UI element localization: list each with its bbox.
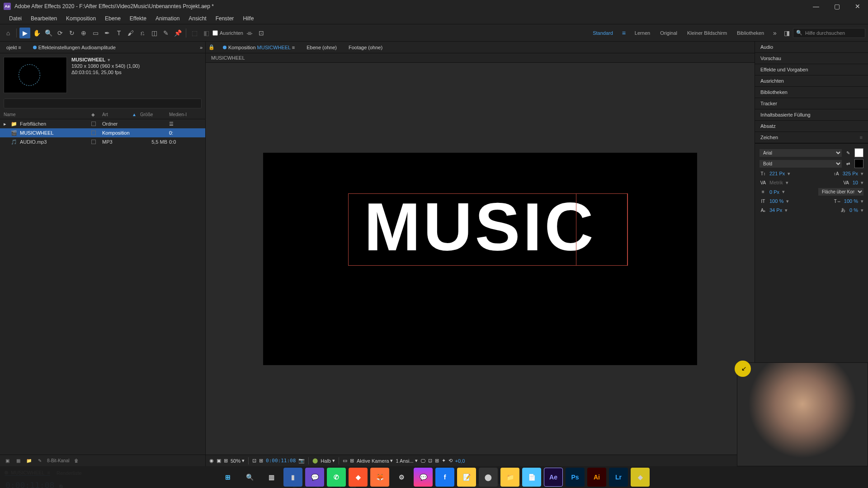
taskbar-messenger-icon[interactable]: 💬 xyxy=(414,468,433,487)
fill-stroke-order[interactable]: Fläche über Kon... xyxy=(818,188,863,196)
taskbar-ae-icon[interactable]: Ae xyxy=(544,468,563,487)
zoom-tool[interactable]: 🔍 xyxy=(43,28,54,38)
comp-dropdown-icon[interactable]: ▼ xyxy=(107,58,111,62)
grid-icon[interactable]: ⊞ xyxy=(350,458,354,464)
panel-menu-icon[interactable]: ≡ xyxy=(860,135,863,140)
project-row-folder[interactable]: ▸📁Farbflächen Ordner ☰ xyxy=(0,119,205,128)
panel-overflow-icon[interactable]: » xyxy=(200,45,203,50)
pixel-aspect-icon[interactable]: ⊡ xyxy=(428,458,432,464)
baseline-value[interactable]: 34 Px xyxy=(769,207,782,213)
help-search-input[interactable]: 🔍 Hilfe durchsuchen xyxy=(793,28,865,38)
brush-tool[interactable]: 🖌 xyxy=(125,28,136,38)
fast-preview-icon[interactable]: ⊡ xyxy=(252,458,256,464)
share-view-icon[interactable]: 🖵 xyxy=(420,458,425,464)
taskbar-ai-icon[interactable]: Ai xyxy=(587,468,606,487)
zoom-level[interactable]: 50% ▾ xyxy=(231,458,245,464)
font-family-select[interactable]: Arial xyxy=(760,149,842,157)
workspace-original[interactable]: Original xyxy=(656,28,682,38)
views-dropdown[interactable]: 1 Ansi... ▾ xyxy=(396,458,417,464)
composition-canvas[interactable]: MUSIC xyxy=(263,153,697,365)
minimize-button[interactable]: — xyxy=(806,0,826,13)
tsume-value[interactable]: 0 % xyxy=(849,207,858,213)
close-button[interactable]: ✕ xyxy=(847,0,868,13)
pen-tool[interactable]: ✒ xyxy=(102,28,113,38)
comp-breadcrumb[interactable]: MUSICWHEEL xyxy=(206,53,755,63)
menu-hilfe[interactable]: Hilfe xyxy=(238,14,258,23)
tab-ebene[interactable]: Ebene (ohne) xyxy=(303,43,340,52)
snapshot-icon[interactable]: 📷 xyxy=(298,458,305,464)
menu-effekte[interactable]: Effekte xyxy=(125,14,151,23)
taskbar-brave-icon[interactable]: ◆ xyxy=(349,468,368,487)
orbit-tool[interactable]: ⟳ xyxy=(55,28,66,38)
home-icon[interactable]: ⌂ xyxy=(3,28,14,38)
roto-tool[interactable]: ✎ xyxy=(160,28,171,38)
taskbar-taskview-icon[interactable]: ▥ xyxy=(262,468,281,487)
font-size-value[interactable]: 221 Px xyxy=(769,171,785,176)
panel-zeichen[interactable]: Zeichen≡ xyxy=(755,132,868,143)
taskbar-ps-icon[interactable]: Ps xyxy=(566,468,585,487)
workspace-klein[interactable]: Kleiner Bildschirm xyxy=(683,28,731,38)
eraser-tool[interactable]: ◫ xyxy=(149,28,160,38)
project-row-audio[interactable]: 🎵AUDIO.mp3 MP3 5,5 MB 0:0 xyxy=(0,137,205,146)
eyedropper-icon[interactable]: ✎ xyxy=(844,149,852,156)
col-name[interactable]: Name xyxy=(4,112,90,117)
menu-fenster[interactable]: Fenster xyxy=(211,14,239,23)
snap-checkbox[interactable]: Ausrichten xyxy=(212,30,243,36)
project-row-comp[interactable]: 🎬MUSICWHEEL Komposition 0: xyxy=(0,128,205,137)
taskbar-app3-icon[interactable]: ◆ xyxy=(631,468,650,487)
bit-depth[interactable]: 8-Bit-Kanal xyxy=(47,458,69,463)
exposure-value[interactable]: +0,0 xyxy=(455,458,465,464)
font-weight-select[interactable]: Bold xyxy=(760,160,842,168)
taskbar-facebook-icon[interactable]: f xyxy=(435,468,454,487)
transparency-grid-icon[interactable]: ⊞ xyxy=(259,458,263,464)
mask-visibility-icon[interactable]: ⊞ xyxy=(224,458,228,464)
taskbar-search-icon[interactable]: 🔍 xyxy=(240,468,259,487)
camera-dropdown[interactable]: Aktive Kamera ▾ xyxy=(357,458,393,464)
menu-komposition[interactable]: Komposition xyxy=(61,14,100,23)
leading-value[interactable]: 325 Px xyxy=(843,171,858,176)
workspace-lernen[interactable]: Lernen xyxy=(630,28,655,38)
taskbar-obs-icon[interactable]: ⬤ xyxy=(479,468,498,487)
tab-effect-controls[interactable]: Effekteinstellungen Audioamplitude xyxy=(29,43,119,52)
tab-project[interactable]: ojekt ≡ xyxy=(3,43,25,52)
menu-ebene[interactable]: Ebene xyxy=(100,14,125,23)
stroke-width-value[interactable]: 0 Px xyxy=(769,189,779,195)
menu-bearbeiten[interactable]: Bearbeiten xyxy=(26,14,61,23)
anchor-tool[interactable]: ⊕ xyxy=(78,28,89,38)
menu-animation[interactable]: Animation xyxy=(151,14,184,23)
fill-color-swatch[interactable] xyxy=(854,148,863,157)
viewer-timecode[interactable]: 0:00:11:08 xyxy=(266,458,296,464)
snap-vertex-icon[interactable]: ⊡ xyxy=(256,28,267,38)
interpret-footage-icon[interactable]: ▣ xyxy=(4,457,11,465)
comp-thumbnail[interactable] xyxy=(4,57,67,93)
panel-tracker[interactable]: Tracker xyxy=(755,98,868,109)
selection-tool[interactable]: ▶ xyxy=(19,28,30,38)
puppet-tool[interactable]: 📌 xyxy=(172,28,183,38)
hscale-value[interactable]: 100 % xyxy=(844,198,858,204)
always-preview-icon[interactable]: ◉ xyxy=(209,458,214,464)
menu-datei[interactable]: Datei xyxy=(5,14,26,23)
clone-tool[interactable]: ⎌ xyxy=(137,28,148,38)
fast-previews-icon[interactable]: ⊞ xyxy=(435,458,439,464)
vscale-value[interactable]: 100 % xyxy=(769,198,783,204)
panel-content-fill[interactable]: Inhaltsbasierte Füllung xyxy=(755,109,868,121)
new-comp-icon[interactable]: ▦ xyxy=(14,457,22,465)
col-art[interactable]: Art▲ xyxy=(102,112,138,117)
roi-icon[interactable]: ▭ xyxy=(343,458,347,464)
taskbar-start-icon[interactable]: ⊞ xyxy=(218,468,237,487)
workspace-overflow-icon[interactable]: » xyxy=(769,28,780,38)
panel-audio[interactable]: Audio xyxy=(755,42,868,53)
resolution-dropdown[interactable]: Halb ▾ xyxy=(321,458,335,464)
mask-mode-icon[interactable]: ▣ xyxy=(217,458,221,464)
taskbar-whatsapp-icon[interactable]: ✆ xyxy=(327,468,346,487)
taskbar-app1-icon[interactable]: ▮ xyxy=(283,468,302,487)
exposure-icon[interactable]: ✦ xyxy=(442,458,446,464)
reset-exposure-icon[interactable]: ⟲ xyxy=(448,458,453,464)
panel-bibliotheken[interactable]: Bibliotheken xyxy=(755,87,868,98)
panel-vorschau[interactable]: Vorschau xyxy=(755,53,868,64)
hand-tool[interactable]: ✋ xyxy=(31,28,42,38)
mode-toggle-icon[interactable]: ⬚ xyxy=(189,28,200,38)
panel-effekte[interactable]: Effekte und Vorgaben xyxy=(755,64,868,75)
viewer-lock-icon[interactable]: 🔒 xyxy=(208,44,215,50)
channel-icon[interactable]: ⬤ xyxy=(312,458,318,464)
